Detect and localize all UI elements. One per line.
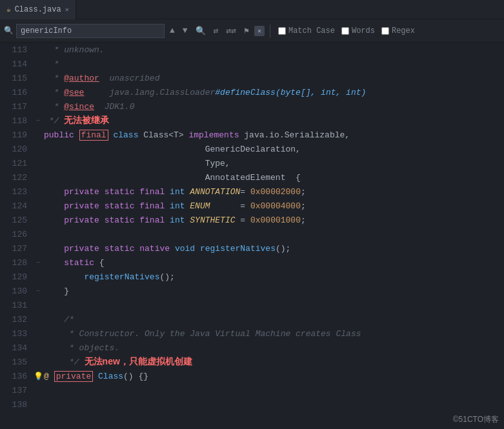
line-number: 118 — [0, 116, 32, 126]
line-code — [44, 400, 504, 410]
tab-label: Class.java — [15, 5, 61, 14]
line-number: 123 — [0, 187, 32, 197]
table-row: 137 — [0, 383, 504, 397]
fold-icon[interactable]: − — [36, 288, 40, 295]
table-row: 127 private static native void registerN… — [0, 241, 504, 255]
words-checkbox[interactable] — [341, 27, 349, 35]
line-code: */无法new，只能虚拟机创建 — [44, 356, 504, 368]
replace-button[interactable]: ⇄ — [211, 25, 221, 37]
line-number: 131 — [0, 301, 32, 310]
line-number: 113 — [0, 45, 32, 55]
line-number: 130 — [0, 286, 32, 296]
line-code: registerNatives(); — [44, 272, 504, 282]
search-options: Match Case Words Regex — [278, 26, 415, 35]
line-number: 134 — [0, 343, 32, 353]
line-code — [44, 386, 504, 395]
table-row: 136 💡 @ private Class() {} — [0, 369, 504, 383]
prev-result-button[interactable]: ▲ — [167, 25, 177, 37]
java-file-icon: ☕ — [6, 5, 11, 14]
filter-button[interactable]: ⚑ — [241, 25, 252, 37]
line-number: 124 — [0, 201, 32, 211]
table-row: 117 * @since JDK1.0 — [0, 99, 504, 114]
table-row: 129 registerNatives(); — [0, 270, 504, 284]
table-row: 114 * — [0, 57, 504, 71]
line-number: 128 — [0, 258, 32, 268]
table-row: 130 − } — [0, 284, 504, 298]
line-number: 126 — [0, 230, 32, 239]
line-code: AnnotatedElement { — [44, 173, 504, 183]
line-code: private static final int ANNOTATION= 0x0… — [44, 187, 504, 197]
search-divider — [270, 25, 270, 37]
tab-close-button[interactable]: ✕ — [65, 6, 69, 14]
table-row: 124 private static final int ENUM = 0x00… — [0, 199, 504, 213]
replace-all-button[interactable]: ⇄⇄ — [223, 25, 239, 37]
line-number: 120 — [0, 145, 32, 154]
line-number: 121 — [0, 159, 32, 168]
table-row: 123 private static final int ANNOTATION=… — [0, 185, 504, 199]
search-input[interactable] — [16, 24, 165, 38]
table-row: 128 − static { — [0, 255, 504, 270]
code-area: 113 * unknown. 114 * 115 * @author unasc… — [0, 43, 504, 429]
table-row: 131 — [0, 298, 504, 312]
search-bar: 🔍 ▲ ▼ 🔍 ⇄ ⇄⇄ ⚑ ✕ Match Case Words Regex — [0, 19, 504, 43]
line-code: */无法被继承 — [44, 115, 504, 126]
line-number: 137 — [0, 386, 32, 395]
find-usages-button[interactable]: 🔍 — [193, 25, 208, 37]
fold-icon[interactable]: − — [36, 117, 40, 125]
table-row: 134 * objects. — [0, 341, 504, 355]
line-code: public final class Class<T> implements j… — [44, 130, 504, 140]
table-row: 126 — [0, 227, 504, 241]
line-number: 116 — [0, 88, 32, 97]
line-number: 132 — [0, 315, 32, 324]
line-code: * @see java.lang.ClassLoader#defineClass… — [44, 88, 504, 97]
words-option[interactable]: Words — [341, 26, 375, 35]
line-code: static { — [44, 258, 504, 268]
search-icon: 🔍 — [4, 26, 14, 35]
table-row: 118 − */无法被继承 — [0, 114, 504, 128]
table-row: 133 * Constructor. Only the Java Virtual… — [0, 326, 504, 341]
regex-checkbox[interactable] — [381, 27, 389, 35]
line-code: private static final int ENUM = 0x000040… — [44, 201, 504, 211]
regex-label: Regex — [392, 26, 415, 35]
table-row: 121 Type, — [0, 156, 504, 170]
line-code: private static final int SYNTHETIC = 0x0… — [44, 215, 504, 225]
table-row: 113 * unknown. — [0, 43, 504, 57]
search-close-button[interactable]: ✕ — [254, 26, 265, 36]
line-code: * — [44, 59, 504, 69]
line-number: 129 — [0, 272, 32, 282]
watermark: ©51CTO博客 — [453, 414, 499, 425]
tab-class-java[interactable]: ☕ Class.java ✕ — [0, 0, 76, 19]
match-case-checkbox[interactable] — [278, 27, 286, 35]
final-keyword: final — [79, 130, 108, 141]
line-code: * objects. — [44, 343, 504, 353]
match-case-label: Match Case — [288, 26, 335, 35]
next-result-button[interactable]: ▼ — [180, 25, 190, 37]
line-code: * @author unascribed — [44, 74, 504, 83]
annotation-no-inherit: 无法被继承 — [64, 115, 109, 125]
line-number: 119 — [0, 130, 32, 140]
line-code: /* — [44, 315, 504, 324]
match-case-option[interactable]: Match Case — [278, 26, 335, 35]
line-code — [44, 230, 504, 239]
fold-icon[interactable]: − — [36, 259, 40, 266]
line-code: GenericDeclaration, — [44, 145, 504, 154]
line-gutter: − — [32, 259, 44, 266]
regex-option[interactable]: Regex — [381, 26, 415, 35]
line-code: * @since JDK1.0 — [44, 102, 504, 112]
line-code: Type, — [44, 159, 504, 168]
lightbulb-icon: 💡 — [34, 372, 43, 381]
table-row: 116 * @see java.lang.ClassLoader#defineC… — [0, 85, 504, 99]
line-gutter: 💡 — [32, 372, 44, 381]
line-code: } — [44, 286, 504, 296]
line-gutter: − — [32, 117, 44, 125]
table-row: 119 public final class Class<T> implemen… — [0, 128, 504, 142]
table-row: 135 */无法new，只能虚拟机创建 — [0, 355, 504, 369]
line-gutter: − — [32, 288, 44, 295]
line-number: 125 — [0, 215, 32, 225]
table-row: 132 /* — [0, 312, 504, 326]
line-code: * Constructor. Only the Java Virtual Mac… — [44, 329, 504, 339]
line-number: 135 — [0, 357, 32, 367]
title-bar: ☕ Class.java ✕ — [0, 0, 504, 19]
table-row: 120 GenericDeclaration, — [0, 142, 504, 156]
line-number: 127 — [0, 244, 32, 254]
